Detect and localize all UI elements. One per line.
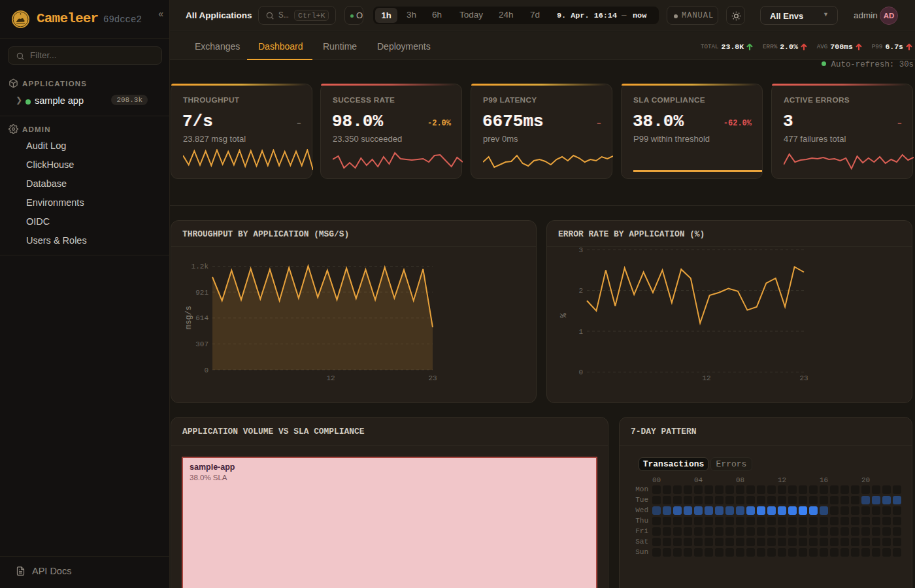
svg-text:307: 307 [195, 340, 208, 348]
svg-text:0: 0 [204, 367, 208, 374]
svg-text:msg/s: msg/s [184, 306, 193, 329]
svg-text:921: 921 [195, 289, 208, 297]
svg-text:0: 0 [578, 368, 583, 376]
svg-text:1.2k: 1.2k [191, 263, 209, 270]
svg-text:23: 23 [799, 374, 808, 382]
svg-text:12: 12 [702, 374, 710, 382]
svg-text:%: % [559, 313, 569, 318]
svg-text:12: 12 [326, 374, 335, 382]
svg-text:1: 1 [578, 328, 583, 336]
svg-text:23: 23 [428, 374, 437, 382]
svg-text:3: 3 [578, 246, 583, 254]
svg-text:2: 2 [578, 287, 583, 295]
svg-text:614: 614 [195, 314, 208, 322]
